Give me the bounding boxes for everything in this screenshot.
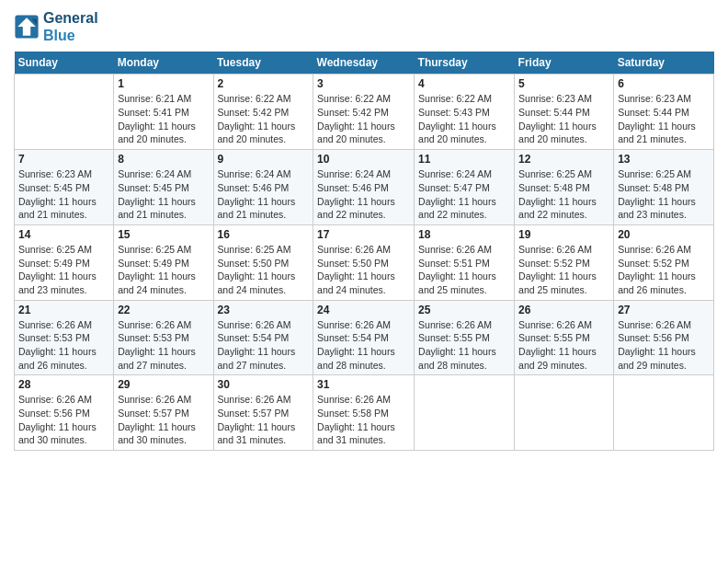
calendar-cell: 10Sunrise: 6:24 AMSunset: 5:46 PMDayligh… bbox=[313, 150, 415, 225]
calendar-cell bbox=[15, 75, 114, 150]
day-info: Sunrise: 6:26 AMSunset: 5:55 PMDaylight:… bbox=[518, 318, 609, 373]
calendar-cell: 5Sunrise: 6:23 AMSunset: 5:44 PMDaylight… bbox=[515, 75, 614, 150]
calendar-cell: 14Sunrise: 6:25 AMSunset: 5:49 PMDayligh… bbox=[15, 224, 114, 300]
calendar-cell: 29Sunrise: 6:26 AMSunset: 5:57 PMDayligh… bbox=[114, 375, 213, 451]
day-info: Sunrise: 6:26 AMSunset: 5:53 PMDaylight:… bbox=[118, 318, 209, 373]
day-info: Sunrise: 6:24 AMSunset: 5:47 PMDaylight:… bbox=[418, 167, 510, 222]
calendar-cell: 2Sunrise: 6:22 AMSunset: 5:42 PMDaylight… bbox=[213, 75, 313, 150]
day-info: Sunrise: 6:25 AMSunset: 5:49 PMDaylight:… bbox=[18, 243, 109, 297]
calendar-cell: 23Sunrise: 6:26 AMSunset: 5:54 PMDayligh… bbox=[213, 300, 313, 375]
day-number: 12 bbox=[518, 153, 609, 166]
day-info: Sunrise: 6:26 AMSunset: 5:53 PMDaylight:… bbox=[18, 318, 109, 373]
calendar-cell: 18Sunrise: 6:26 AMSunset: 5:51 PMDayligh… bbox=[415, 224, 515, 300]
day-number: 24 bbox=[317, 304, 410, 316]
calendar-cell: 1Sunrise: 6:21 AMSunset: 5:41 PMDaylight… bbox=[114, 75, 213, 150]
day-info: Sunrise: 6:26 AMSunset: 5:57 PMDaylight:… bbox=[118, 393, 209, 447]
day-number: 8 bbox=[118, 153, 209, 166]
calendar-cell: 28Sunrise: 6:26 AMSunset: 5:56 PMDayligh… bbox=[15, 375, 114, 451]
day-number: 26 bbox=[518, 304, 609, 316]
day-number: 19 bbox=[518, 228, 609, 241]
calendar-cell: 8Sunrise: 6:24 AMSunset: 5:45 PMDaylight… bbox=[114, 150, 213, 225]
calendar-cell: 7Sunrise: 6:23 AMSunset: 5:45 PMDaylight… bbox=[15, 150, 114, 225]
day-number: 15 bbox=[118, 228, 209, 241]
weekday-header-wednesday: Wednesday bbox=[313, 52, 415, 75]
calendar-cell: 9Sunrise: 6:24 AMSunset: 5:46 PMDaylight… bbox=[213, 150, 313, 225]
day-number: 22 bbox=[118, 304, 209, 316]
day-info: Sunrise: 6:23 AMSunset: 5:44 PMDaylight:… bbox=[518, 92, 609, 146]
day-info: Sunrise: 6:26 AMSunset: 5:52 PMDaylight:… bbox=[618, 243, 710, 297]
week-row-1: 1Sunrise: 6:21 AMSunset: 5:41 PMDaylight… bbox=[15, 75, 714, 150]
day-info: Sunrise: 6:21 AMSunset: 5:41 PMDaylight:… bbox=[118, 92, 209, 146]
day-number: 20 bbox=[618, 228, 710, 241]
weekday-header-friday: Friday bbox=[515, 52, 614, 75]
weekday-header-saturday: Saturday bbox=[614, 52, 714, 75]
calendar-cell: 13Sunrise: 6:25 AMSunset: 5:48 PMDayligh… bbox=[614, 150, 714, 225]
day-info: Sunrise: 6:24 AMSunset: 5:45 PMDaylight:… bbox=[118, 167, 209, 222]
weekday-header-sunday: Sunday bbox=[15, 52, 114, 75]
calendar-cell: 3Sunrise: 6:22 AMSunset: 5:42 PMDaylight… bbox=[313, 75, 415, 150]
calendar-cell: 6Sunrise: 6:23 AMSunset: 5:44 PMDaylight… bbox=[614, 75, 714, 150]
page-container: General Blue SundayMondayTuesdayWednesda… bbox=[0, 0, 728, 460]
weekday-header-monday: Monday bbox=[114, 52, 213, 75]
day-number: 28 bbox=[18, 378, 109, 391]
weekday-header-tuesday: Tuesday bbox=[213, 52, 313, 75]
calendar-cell: 25Sunrise: 6:26 AMSunset: 5:55 PMDayligh… bbox=[415, 300, 515, 375]
calendar-cell: 24Sunrise: 6:26 AMSunset: 5:54 PMDayligh… bbox=[313, 300, 415, 375]
day-info: Sunrise: 6:22 AMSunset: 5:43 PMDaylight:… bbox=[418, 92, 510, 146]
calendar-cell: 20Sunrise: 6:26 AMSunset: 5:52 PMDayligh… bbox=[614, 224, 714, 300]
calendar-cell: 27Sunrise: 6:26 AMSunset: 5:56 PMDayligh… bbox=[614, 300, 714, 375]
day-number: 3 bbox=[317, 77, 410, 90]
day-number: 1 bbox=[118, 77, 209, 90]
calendar-cell bbox=[614, 375, 714, 451]
day-number: 21 bbox=[18, 304, 109, 316]
day-number: 4 bbox=[418, 77, 510, 90]
day-number: 29 bbox=[118, 378, 209, 391]
week-row-2: 7Sunrise: 6:23 AMSunset: 5:45 PMDaylight… bbox=[15, 150, 714, 225]
day-info: Sunrise: 6:22 AMSunset: 5:42 PMDaylight:… bbox=[317, 92, 410, 146]
page-header: General Blue bbox=[14, 9, 714, 44]
day-info: Sunrise: 6:26 AMSunset: 5:56 PMDaylight:… bbox=[18, 393, 109, 447]
day-info: Sunrise: 6:24 AMSunset: 5:46 PMDaylight:… bbox=[317, 167, 410, 222]
logo-icon bbox=[14, 14, 40, 40]
day-number: 5 bbox=[518, 77, 609, 90]
calendar-cell: 26Sunrise: 6:26 AMSunset: 5:55 PMDayligh… bbox=[515, 300, 614, 375]
day-info: Sunrise: 6:23 AMSunset: 5:45 PMDaylight:… bbox=[18, 167, 109, 222]
day-info: Sunrise: 6:25 AMSunset: 5:48 PMDaylight:… bbox=[618, 167, 710, 222]
day-number: 10 bbox=[317, 153, 410, 166]
day-info: Sunrise: 6:26 AMSunset: 5:52 PMDaylight:… bbox=[518, 243, 609, 297]
day-info: Sunrise: 6:26 AMSunset: 5:55 PMDaylight:… bbox=[418, 318, 510, 373]
day-info: Sunrise: 6:26 AMSunset: 5:54 PMDaylight:… bbox=[218, 318, 310, 373]
day-info: Sunrise: 6:26 AMSunset: 5:54 PMDaylight:… bbox=[317, 318, 410, 373]
calendar-cell: 30Sunrise: 6:26 AMSunset: 5:57 PMDayligh… bbox=[213, 375, 313, 451]
calendar-cell: 11Sunrise: 6:24 AMSunset: 5:47 PMDayligh… bbox=[415, 150, 515, 225]
calendar-cell: 16Sunrise: 6:25 AMSunset: 5:50 PMDayligh… bbox=[213, 224, 313, 300]
calendar-cell: 22Sunrise: 6:26 AMSunset: 5:53 PMDayligh… bbox=[114, 300, 213, 375]
day-number: 2 bbox=[218, 77, 310, 90]
logo: General Blue bbox=[14, 9, 98, 44]
day-number: 17 bbox=[317, 228, 410, 241]
calendar-table: SundayMondayTuesdayWednesdayThursdayFrid… bbox=[14, 52, 714, 451]
day-number: 6 bbox=[618, 77, 710, 90]
day-number: 30 bbox=[218, 378, 310, 391]
day-info: Sunrise: 6:25 AMSunset: 5:50 PMDaylight:… bbox=[218, 243, 310, 297]
calendar-cell bbox=[515, 375, 614, 451]
day-number: 18 bbox=[418, 228, 510, 241]
calendar-cell: 31Sunrise: 6:26 AMSunset: 5:58 PMDayligh… bbox=[313, 375, 415, 451]
day-number: 23 bbox=[218, 304, 310, 316]
day-number: 11 bbox=[418, 153, 510, 166]
day-number: 13 bbox=[618, 153, 710, 166]
day-info: Sunrise: 6:26 AMSunset: 5:51 PMDaylight:… bbox=[418, 243, 510, 297]
day-number: 16 bbox=[218, 228, 310, 241]
logo-text: General Blue bbox=[43, 9, 98, 44]
calendar-cell: 4Sunrise: 6:22 AMSunset: 5:43 PMDaylight… bbox=[415, 75, 515, 150]
calendar-cell: 21Sunrise: 6:26 AMSunset: 5:53 PMDayligh… bbox=[15, 300, 114, 375]
day-number: 27 bbox=[618, 304, 710, 316]
day-number: 31 bbox=[317, 378, 410, 391]
calendar-cell bbox=[415, 375, 515, 451]
calendar-cell: 17Sunrise: 6:26 AMSunset: 5:50 PMDayligh… bbox=[313, 224, 415, 300]
day-info: Sunrise: 6:25 AMSunset: 5:48 PMDaylight:… bbox=[518, 167, 609, 222]
week-row-5: 28Sunrise: 6:26 AMSunset: 5:56 PMDayligh… bbox=[15, 375, 714, 451]
day-info: Sunrise: 6:26 AMSunset: 5:50 PMDaylight:… bbox=[317, 243, 410, 297]
day-info: Sunrise: 6:26 AMSunset: 5:58 PMDaylight:… bbox=[317, 393, 410, 447]
day-number: 25 bbox=[418, 304, 510, 316]
